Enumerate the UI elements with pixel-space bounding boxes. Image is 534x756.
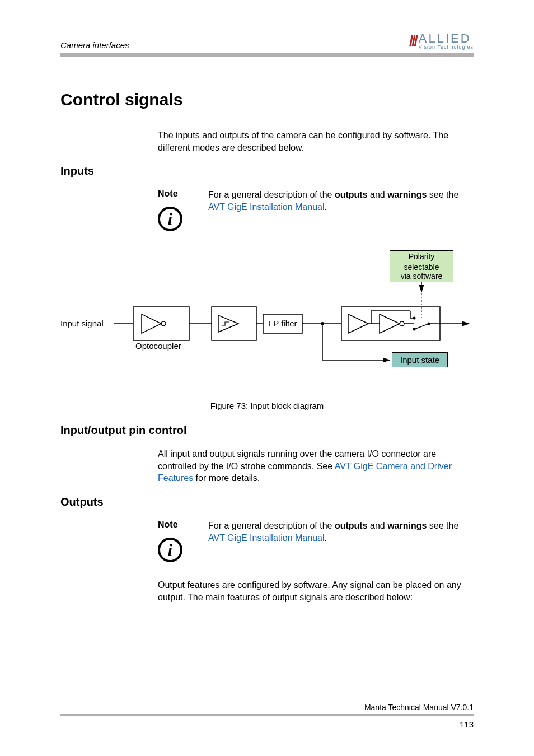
inputs-note: Note i For a general description of the …	[158, 189, 474, 231]
note-label: Note	[158, 520, 178, 530]
footer-manual-title: Manta Technical Manual V7.0.1	[60, 703, 474, 712]
note-text: .	[325, 533, 327, 543]
io-control-heading: Input/output pin control	[60, 424, 474, 437]
input-block-diagram: Input signal Optocoupler LP filter Polar…	[60, 248, 474, 396]
svg-marker-12	[348, 314, 368, 333]
note-bold: warnings	[387, 521, 427, 530]
diagram-text: Polarity	[392, 252, 451, 261]
outputs-paragraph: Output features are configured by softwa…	[158, 579, 474, 603]
note-text: and	[368, 521, 388, 530]
note-text: .	[325, 202, 327, 212]
note-body: For a general description of the outputs…	[208, 520, 474, 544]
note-text: and	[368, 190, 388, 199]
outputs-note: Note i For a general description of the …	[158, 520, 474, 562]
diagram-text: via software	[392, 272, 451, 281]
note-text: For a general description of the	[208, 190, 335, 199]
diagram-label-lp-filter: LP filter	[269, 319, 297, 328]
logo-slashes-icon: ///	[409, 32, 416, 50]
svg-marker-2	[142, 314, 161, 333]
intro-paragraph: The inputs and outputs of the camera can…	[158, 129, 474, 153]
running-header: Camera interfaces	[60, 40, 129, 50]
info-icon: i	[158, 207, 182, 231]
note-link[interactable]: AVT GigE Installation Manual	[208, 202, 325, 212]
diagram-input-state-box: Input state	[392, 352, 448, 367]
inputs-heading: Inputs	[60, 165, 474, 178]
diagram-label-input-signal: Input signal	[60, 319, 104, 328]
svg-marker-14	[380, 314, 400, 333]
svg-marker-6	[218, 315, 238, 332]
footer-rule	[60, 714, 474, 716]
figure-caption: Figure 73: Input block diagram	[60, 401, 474, 410]
note-text: For a general description of the	[208, 521, 335, 530]
outputs-heading: Outputs	[60, 496, 474, 508]
note-text: see the	[427, 521, 458, 530]
body-text: for more details.	[193, 473, 260, 483]
note-bold: outputs	[335, 521, 368, 530]
diagram-label-optocoupler: Optocoupler	[135, 341, 181, 351]
page-number: 113	[60, 720, 474, 729]
info-icon: i	[158, 538, 182, 562]
io-control-paragraph: All input and output signals running ove…	[158, 448, 474, 484]
svg-line-20	[414, 324, 429, 329]
note-body: For a general description of the outputs…	[208, 189, 474, 213]
logo: /// ALLIED Vision Technologies	[409, 32, 474, 50]
svg-point-17	[413, 317, 416, 320]
diagram-polarity-box: Polarity selectable via software	[390, 250, 453, 282]
logo-main-text: ALLIED	[419, 32, 474, 45]
diagram-text: selectable	[392, 263, 451, 272]
note-text: see the	[427, 190, 458, 199]
note-bold: warnings	[387, 190, 427, 199]
header-rule	[60, 53, 474, 57]
note-link[interactable]: AVT GigE Installation Manual	[208, 533, 325, 543]
svg-rect-11	[341, 307, 440, 340]
note-label: Note	[158, 189, 178, 199]
note-bold: outputs	[335, 190, 368, 199]
page-title: Control signals	[60, 90, 474, 109]
logo-sub-text: Vision Technologies	[419, 45, 474, 50]
